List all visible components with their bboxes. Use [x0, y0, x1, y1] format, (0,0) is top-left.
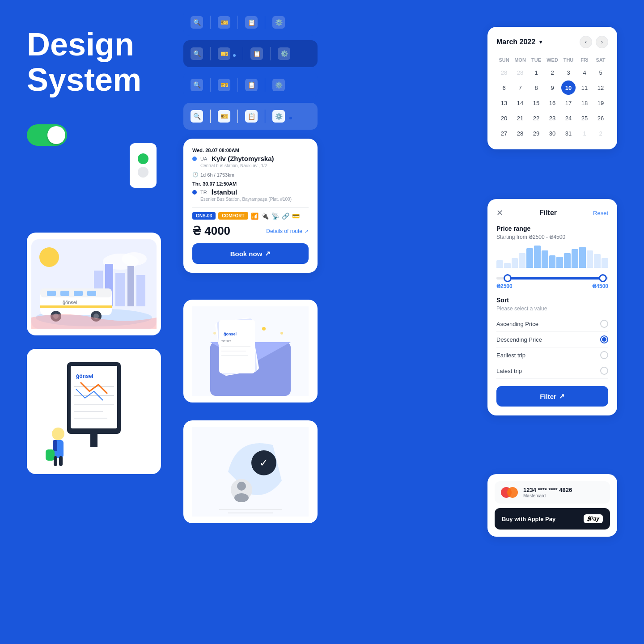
svg-point-56 [234, 493, 249, 502]
price-range-sub: Starting from ₴2500 - ₴4500 [496, 234, 608, 240]
ticket-icon-2: 🎫 [218, 47, 230, 60]
calendar-day[interactable]: 30 [545, 126, 559, 140]
bus-scene: ğönsel [31, 239, 157, 329]
toggle-switch[interactable] [27, 124, 67, 146]
svg-text:✓: ✓ [259, 457, 268, 469]
price-thumb-min[interactable] [504, 274, 512, 282]
price-bar [496, 260, 503, 268]
sort-radio-3[interactable] [600, 367, 608, 375]
filter-header: ✕ Filter Reset [496, 208, 608, 218]
calendar-day-header: MON [513, 55, 528, 64]
calendar-day[interactable]: 1 [529, 65, 543, 80]
calendar-day[interactable]: 2 [545, 65, 559, 80]
calendar-day[interactable]: 20 [497, 111, 511, 125]
filter-close-button[interactable]: ✕ [496, 208, 503, 218]
calendar-day[interactable]: 26 [593, 111, 608, 125]
calendar-day[interactable]: 27 [497, 126, 511, 140]
calendar-day[interactable]: 8 [529, 80, 543, 95]
price-thumb-max[interactable] [599, 274, 607, 282]
chevron-down-icon[interactable]: ▼ [538, 39, 543, 45]
ticket-icon-3: 🎫 [218, 79, 230, 91]
calendar-day[interactable]: 13 [497, 96, 511, 110]
calendar-day[interactable]: 14 [513, 96, 527, 110]
calendar-day[interactable]: 1 [577, 126, 592, 140]
search-bar-1[interactable]: 🔍 🎫 📋 ⚙️ [183, 9, 318, 36]
calendar-day[interactable]: 3 [561, 65, 576, 80]
traffic-light-green [138, 153, 148, 164]
search-icon-4: 🔍 [191, 110, 203, 123]
success-card: ✓ [183, 420, 318, 523]
calendar-day[interactable]: 23 [545, 111, 559, 125]
price-bar [572, 249, 578, 268]
calendar-day[interactable]: 31 [561, 126, 576, 140]
notification-dot-2 [289, 117, 292, 119]
sort-option-label: Ascending Price [496, 321, 538, 327]
calendar-day[interactable]: 21 [513, 111, 527, 125]
search-bar-2[interactable]: 🔍 🎫 📋 ⚙️ [183, 40, 318, 67]
apple-pay-button[interactable]: Buy with Apple Pay ₿Pay [495, 508, 610, 530]
calendar-day[interactable]: 16 [545, 96, 559, 110]
route-duration: 🕐 1d 6h / 1753km [192, 172, 309, 178]
sort-option[interactable]: Descending Price [496, 332, 608, 347]
calendar-day[interactable]: 4 [577, 65, 592, 80]
calendar-day[interactable]: 9 [545, 80, 559, 95]
svg-text:TICNET: TICNET [221, 340, 231, 343]
search-bar-3[interactable]: 🔍 🎫 📋 ⚙️ [183, 72, 318, 98]
calendar-day[interactable]: 15 [529, 96, 543, 110]
svg-rect-16 [40, 305, 112, 308]
divider-4 [210, 47, 211, 60]
price-labels: ₴2500 ₴4500 [496, 283, 608, 289]
calendar-day[interactable]: 28 [513, 126, 527, 140]
calendar-day[interactable]: 6 [497, 80, 511, 95]
calendar-day[interactable]: 17 [561, 96, 576, 110]
search-icon-3: 🔍 [191, 79, 203, 91]
calendar-day[interactable]: 28 [497, 65, 511, 80]
search-bar-4[interactable]: 🔍 🎫 📋 ⚙️ [183, 103, 318, 130]
sort-option[interactable]: Ascending Price [496, 316, 608, 332]
price-range-slider[interactable] [496, 277, 608, 280]
filter-reset-button[interactable]: Reset [593, 210, 608, 216]
amenity-power-icon: 🔌 [261, 212, 269, 220]
calendar-day[interactable]: 19 [593, 96, 608, 110]
svg-rect-36 [54, 456, 57, 466]
sort-section: Sort Please select a value Ascending Pri… [496, 297, 608, 379]
bus-illustration-card: ğönsel [27, 233, 161, 335]
prev-month-button[interactable]: ‹ [580, 36, 592, 48]
calendar-day[interactable]: 18 [577, 96, 592, 110]
calendar-day[interactable]: 28 [513, 65, 527, 80]
apple-pay-logo: ₿Pay [584, 514, 603, 523]
calendar-day[interactable]: 25 [577, 111, 592, 125]
calendar-card: March 2022 ▼ ‹ › SUNMONTUEWEDTHUFRISAT28… [487, 27, 617, 149]
calendar-day[interactable]: 10 [561, 80, 576, 95]
filter-card: ✕ Filter Reset Price range Starting from… [487, 199, 617, 415]
sort-radio-1[interactable] [600, 335, 608, 343]
price-range-section: Price range Starting from ₴2500 - ₴4500 … [496, 225, 608, 289]
calendar-day[interactable]: 5 [593, 65, 608, 80]
divider-5 [243, 47, 243, 60]
calendar-day[interactable]: 24 [561, 111, 576, 125]
svg-text:ğönsel: ğönsel [224, 332, 237, 336]
sort-option-label: Earliest trip [496, 352, 525, 359]
sort-option[interactable]: Earliest trip [496, 347, 608, 363]
details-button[interactable]: Details of route ↗ [266, 228, 309, 234]
origin-city-row: UA Kyiv (Zhytomyrska) [192, 155, 309, 162]
calendar-day[interactable]: 11 [577, 80, 592, 95]
calendar-grid: SUNMONTUEWEDTHUFRISAT2828123456789101112… [496, 55, 608, 140]
calendar-day[interactable]: 2 [593, 126, 608, 140]
svg-point-48 [262, 327, 266, 330]
sort-radio-2[interactable] [600, 351, 608, 359]
price-row: ₴ 4000 Details of route ↗ [192, 224, 309, 238]
sort-radio-0[interactable] [600, 320, 608, 328]
calendar-day[interactable]: 22 [529, 111, 543, 125]
calendar-day[interactable]: 29 [529, 126, 543, 140]
next-month-button[interactable]: › [596, 36, 608, 48]
traffic-light-empty [138, 167, 148, 178]
apply-filter-button[interactable]: Filter ↗ [496, 386, 608, 407]
sort-option[interactable]: Latest trip [496, 363, 608, 379]
price-min-label: ₴2500 [496, 283, 513, 289]
calendar-day-header: SAT [593, 55, 608, 64]
calendar-day[interactable]: 7 [513, 80, 527, 95]
calendar-day[interactable]: 12 [593, 80, 608, 95]
svg-rect-13 [60, 291, 69, 296]
book-now-button[interactable]: Book now ↗ [192, 243, 309, 264]
